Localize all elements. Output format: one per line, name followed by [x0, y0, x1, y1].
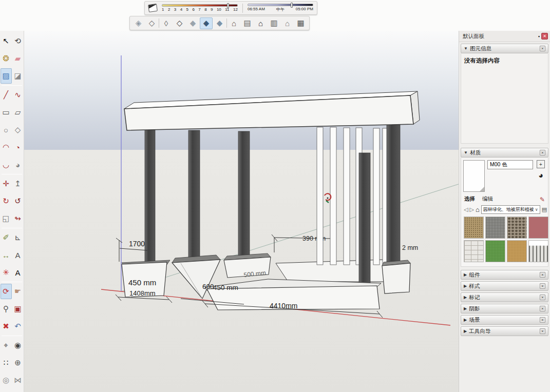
text-tool-icon[interactable]: A	[12, 247, 24, 263]
entity-info-header[interactable]: ▼ 图元信息 ✕	[461, 44, 548, 53]
material-swatch-sand-ochre[interactable]	[507, 240, 527, 262]
footing-right[interactable]	[382, 260, 410, 293]
axes-tool-icon[interactable]: ✳	[1, 265, 12, 280]
three-point-arc-tool-icon[interactable]: ◕	[12, 157, 24, 172]
eyedropper-icon[interactable]: ✎	[540, 196, 545, 203]
line-tool-icon[interactable]: ╱	[1, 87, 12, 103]
zoom-extents-tool-icon[interactable]: ✖	[1, 319, 12, 334]
tab-edit[interactable]: 编辑	[482, 195, 493, 203]
previous-view-tool-icon[interactable]: ↶	[12, 319, 24, 334]
look-around-tool-icon[interactable]: ◉	[12, 338, 24, 353]
material-swatch-gravel-gray[interactable]	[485, 217, 505, 239]
eraser-tool-icon[interactable]: ▰	[12, 51, 24, 66]
right-view-icon[interactable]: ▥	[268, 17, 280, 29]
home-icon[interactable]: ⌂	[476, 206, 480, 213]
follow-me-tool-icon[interactable]: ↺	[12, 193, 24, 209]
pie-tool-icon[interactable]: ◔	[12, 140, 24, 155]
iso-view-icon[interactable]: ⌂	[227, 17, 240, 29]
section-close-button[interactable]: ✕	[540, 306, 545, 311]
target-tool-icon[interactable]: ⊕	[12, 355, 24, 370]
sample-paint-icon[interactable]: ◕	[537, 171, 545, 180]
view-options-icon[interactable]: ▤	[542, 206, 547, 213]
viewport-canvas[interactable]: 390 mm 2 mm	[24, 31, 459, 392]
zoom-tool-icon[interactable]: ⚲	[1, 301, 12, 317]
freehand-tool-icon[interactable]: ∿	[12, 87, 24, 103]
shadow-toggle-icon[interactable]	[148, 4, 158, 12]
section-header-场景[interactable]: ▶场景✕	[461, 315, 548, 325]
material-library-dropdown[interactable]: 园林绿化、地被层和植被 ∨	[481, 205, 540, 214]
zoom-window-tool-icon[interactable]: ▣	[12, 301, 24, 317]
material-preview[interactable]	[463, 160, 485, 192]
position-camera-tool-icon[interactable]: ⌖	[1, 338, 12, 353]
entity-info-close-button[interactable]: ✕	[540, 46, 545, 51]
section-header-标记[interactable]: ▶标记✕	[461, 292, 548, 302]
two-point-arc-tool-icon[interactable]: ◡	[1, 157, 12, 172]
section-close-button[interactable]: ✕	[540, 328, 545, 334]
material-swatch-stone-pavers[interactable]	[464, 240, 484, 262]
section-close-button[interactable]: ✕	[540, 283, 545, 289]
section-header-样式[interactable]: ▶样式✕	[461, 281, 548, 291]
monochrome-style-icon[interactable]: ◆	[213, 17, 226, 29]
time-slider-handle[interactable]	[291, 3, 293, 8]
tape-measure-tool-icon[interactable]: ✐	[1, 230, 12, 245]
section-header-组件[interactable]: ▶组件✕	[461, 270, 548, 280]
offset-tool-icon[interactable]: ↬	[12, 211, 24, 226]
tab-select[interactable]: 选择	[464, 195, 475, 203]
pan-tool-icon[interactable]: ☛	[12, 284, 24, 299]
protractor-tool-icon[interactable]: ⊾	[12, 230, 24, 245]
circle-tool-icon[interactable]: ○	[1, 122, 12, 138]
wireframe-style-icon[interactable]: ◊	[160, 17, 173, 29]
lasso-select-tool-icon[interactable]: ⟲	[12, 33, 24, 49]
polygon-tool-icon[interactable]: ◇	[12, 122, 24, 138]
top-view-icon[interactable]: ▤	[241, 17, 254, 29]
hidden-line-style-icon[interactable]: ◇	[173, 17, 186, 29]
shadow-date-slider[interactable]: 123456789101112	[162, 4, 238, 12]
texture-paint-tool-icon[interactable]: ▨	[1, 68, 12, 84]
clipped-tool-icon-b[interactable]: ⋈	[12, 373, 24, 388]
material-swatch-brick-rose[interactable]	[528, 217, 548, 239]
dimension-tool-icon[interactable]: ↔	[1, 247, 12, 263]
scale-tool-icon[interactable]: ◱	[1, 211, 12, 226]
section-close-button[interactable]: ✕	[540, 317, 545, 323]
paint-bucket-tool-icon[interactable]: ❂	[1, 51, 12, 66]
shaded-with-textures-style-icon[interactable]: ◆	[200, 17, 213, 29]
back-view-icon[interactable]: ⌂	[281, 17, 294, 29]
orbit-tool-icon[interactable]: ⟳	[1, 284, 12, 299]
forward-arrow-icon[interactable]: ▷	[469, 206, 473, 213]
create-material-icon[interactable]: +	[537, 160, 545, 168]
material-swatch-fence-white[interactable]	[528, 240, 548, 262]
move-tool-icon[interactable]: ✛	[1, 176, 12, 191]
3d-text-tool-icon[interactable]: A	[12, 265, 24, 280]
date-slider-handle[interactable]	[227, 3, 229, 8]
material-swatch-cobblestone[interactable]	[507, 217, 527, 239]
materials-header[interactable]: ▼ 材质 ✕	[461, 148, 548, 158]
tray-title-bar[interactable]: 默认面板 ▪ ✕	[459, 31, 550, 42]
material-name-input[interactable]	[487, 160, 533, 169]
date-slider-track[interactable]	[162, 4, 238, 7]
back-arrow-icon[interactable]: ◁	[464, 206, 468, 213]
preview-resize-corner[interactable]	[480, 187, 484, 191]
shadow-time-slider[interactable]: 06:55 AM 中午 05:00 PM	[248, 4, 313, 12]
materials-close-button[interactable]: ✕	[540, 150, 545, 155]
section-header-工具向导[interactable]: ▶工具向导✕	[461, 326, 548, 336]
pin-icon[interactable]: ▪	[538, 34, 540, 39]
shaded-style-icon[interactable]: ◆	[186, 17, 199, 29]
section-close-button[interactable]: ✕	[540, 272, 545, 278]
select-tool-icon[interactable]: ↖	[1, 33, 12, 49]
tray-close-button[interactable]: ✕	[541, 33, 548, 40]
plane-tool-icon[interactable]: ◪	[12, 68, 24, 84]
left-view-icon[interactable]: ▦	[294, 17, 307, 29]
back-edges-style-icon[interactable]: ◇	[145, 17, 158, 29]
push-pull-tool-icon[interactable]: ↥	[12, 176, 24, 191]
time-slider-track[interactable]	[248, 4, 313, 6]
clipped-tool-icon-a[interactable]: ◎	[1, 373, 12, 388]
walk-tool-icon[interactable]: ∷	[1, 355, 12, 370]
rotate-tool-icon[interactable]: ↻	[1, 193, 12, 209]
material-swatch-gravel-tan[interactable]	[464, 217, 484, 239]
section-close-button[interactable]: ✕	[540, 295, 545, 300]
material-swatch-grass-green[interactable]	[485, 240, 505, 262]
arc-tool-icon[interactable]: ◠	[1, 140, 12, 155]
rectangle-tool-icon[interactable]: ▭	[1, 105, 12, 120]
rotated-rectangle-tool-icon[interactable]: ▱	[12, 105, 24, 120]
xray-style-icon[interactable]: ◈	[132, 17, 145, 29]
